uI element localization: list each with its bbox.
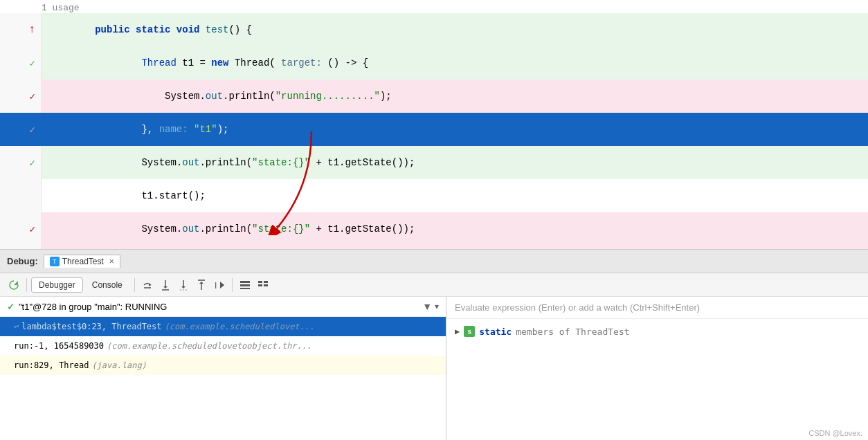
code-line-6: t1.start(); — [0, 179, 868, 212]
expand-static-icon[interactable]: ▶ — [455, 327, 460, 336]
force-step-into-button[interactable] — [175, 277, 192, 293]
frame-3-method: run:829, Thread — [14, 359, 89, 372]
gutter-7: ✓ — [0, 212, 42, 246]
svg-rect-18 — [264, 281, 268, 283]
svg-marker-10 — [199, 282, 204, 284]
check-icon-5: ✓ — [30, 157, 35, 169]
step-out-button[interactable] — [193, 277, 210, 293]
run-to-cursor-button[interactable]: I — [211, 277, 228, 293]
threads-button[interactable] — [255, 277, 271, 293]
toolbar-separator-2 — [134, 278, 135, 292]
line-content-6: t1.start(); — [42, 179, 868, 212]
svg-rect-20 — [264, 284, 268, 286]
line-content-8: System.out.println("state:{}" + t1.getSt… — [42, 246, 868, 249]
step-into-button[interactable] — [157, 277, 174, 293]
line-content-7: System.out.println("state:{}" + t1.getSt… — [42, 212, 868, 246]
debugger-tab-button[interactable]: Debugger — [31, 277, 83, 293]
step-over-button[interactable] — [139, 277, 156, 293]
stack-frame-3[interactable]: run:829, Thread (java.lang) — [0, 356, 446, 375]
frame-2-method: run:-1, 1654589030 — [14, 340, 104, 352]
svg-rect-15 — [240, 284, 250, 286]
check-icon-2: ✓ — [30, 57, 35, 69]
debug-body: ✓ "t1"@728 in group "main": RUNNING ▼ ▾ … — [0, 297, 868, 440]
debug-tab-close[interactable]: × — [109, 257, 114, 266]
static-keyword: static — [479, 327, 512, 337]
svg-marker-4 — [163, 286, 168, 288]
gutter-arrow-icon: ↑ — [28, 24, 35, 36]
restart-button[interactable] — [6, 277, 22, 293]
thread-check-icon: ✓ — [7, 302, 15, 312]
debug-label: Debug: — [7, 256, 38, 266]
variables-area: ▶ s static members of ThreadTest — [446, 319, 868, 440]
thread-status-text: "t1"@728 in group "main": RUNNING — [19, 302, 167, 312]
thread-filter-area: ▼ ▾ — [422, 301, 439, 312]
static-members-label: members of ThreadTest — [516, 327, 629, 337]
gutter-6 — [0, 179, 42, 212]
check-icon-7: ✓ — [30, 223, 35, 235]
frame-return-icon: ↩ — [14, 320, 19, 333]
line-content-2: Thread t1 = new Thread( target: () -> { — [42, 46, 868, 80]
var-row-static: ▶ s static members of ThreadTest — [455, 324, 860, 338]
code-line-4: ✓ }, name: "t1"); — [0, 113, 868, 146]
gutter-3: ✓ — [0, 80, 42, 113]
gutter-5: ✓ — [0, 146, 42, 179]
gutter-8: ✓ — [0, 246, 42, 249]
debug-header: Debug: T ThreadTest × — [0, 250, 868, 273]
debug-panel: Debug: T ThreadTest × Debugger Console — [0, 249, 868, 440]
code-line-2: ✓ Thread t1 = new Thread( target: () -> … — [0, 46, 868, 80]
gutter-4: ✓ — [0, 113, 42, 146]
debug-toolbar: Debugger Console I — [0, 273, 868, 297]
line-content-3: System.out.println("running........."); — [42, 80, 868, 113]
svg-rect-14 — [240, 281, 250, 283]
code-line-5: ✓ System.out.println("state:{}" + t1.get… — [0, 146, 868, 179]
svg-text:I: I — [215, 281, 217, 291]
stack-frame-list[interactable]: ↩ lambda$test$0:23, ThreadTest (com.exam… — [0, 317, 446, 440]
stack-frame-1[interactable]: ↩ lambda$test$0:23, ThreadTest (com.exam… — [0, 317, 446, 336]
usage-hint: 1 usage — [42, 3, 80, 13]
frame-2-location: (com.example.scheduledlovetoobject.thr..… — [107, 340, 311, 352]
svg-rect-17 — [258, 281, 262, 283]
gutter-1: ↑ — [0, 13, 42, 46]
debug-tab-threadtest[interactable]: T ThreadTest × — [44, 255, 120, 268]
line-content-4: }, name: "t1"); — [42, 113, 868, 146]
code-line-7: ✓ System.out.println("state:{}" + t1.get… — [0, 212, 868, 246]
console-tab-button[interactable]: Console — [84, 277, 130, 293]
line-content-5: System.out.println("state:{}" + t1.getSt… — [42, 146, 868, 179]
dropdown-arrow[interactable]: ▾ — [435, 302, 439, 311]
svg-marker-13 — [220, 282, 224, 288]
check-icon-3: ✓ — [30, 91, 35, 102]
code-line-1: ↑ public static void test() { — [0, 13, 868, 46]
eval-placeholder: Evaluate expression (Enter) or add a wat… — [455, 302, 700, 313]
static-var-icon: s — [464, 326, 475, 337]
toolbar-separator-3 — [232, 278, 233, 292]
thread-status-row: ✓ "t1"@728 in group "main": RUNNING ▼ ▾ — [0, 297, 446, 317]
debug-right-panel: Evaluate expression (Enter) or add a wat… — [446, 297, 868, 440]
code-line-8: ✓ System.out.println("state:{}" + t1.get… — [0, 246, 868, 249]
line-content-1: public static void test() { — [42, 13, 868, 46]
code-line-3: ✓ System.out.println("running.........")… — [0, 80, 868, 113]
frames-button[interactable] — [237, 277, 253, 293]
frame-1-method: lambda$test$0:23, ThreadTest — [21, 320, 161, 333]
debug-tab-label: ThreadTest — [62, 257, 104, 266]
svg-marker-7 — [181, 286, 186, 288]
svg-rect-16 — [240, 288, 250, 289]
debug-left-panel: ✓ "t1"@728 in group "main": RUNNING ▼ ▾ … — [0, 297, 446, 440]
toolbar-separator-1 — [26, 278, 27, 292]
eval-expression-bar[interactable]: Evaluate expression (Enter) or add a wat… — [446, 297, 868, 319]
code-editor: 1 usage ↑ public static void test() { ✓ … — [0, 0, 868, 249]
svg-rect-19 — [258, 284, 262, 286]
filter-icon[interactable]: ▼ — [422, 301, 432, 312]
frame-3-location: (java.lang) — [91, 359, 146, 372]
frame-1-location: (com.example.scheduledlovet... — [165, 320, 315, 333]
stack-frame-2[interactable]: run:-1, 1654589030 (com.example.schedule… — [0, 336, 446, 356]
watermark: CSDN @Lovex. — [808, 429, 862, 437]
gutter-2: ✓ — [0, 46, 42, 80]
keyword-public: public — [95, 24, 136, 35]
thread-test-icon: T — [50, 257, 60, 266]
check-icon-4: ✓ — [30, 124, 35, 136]
